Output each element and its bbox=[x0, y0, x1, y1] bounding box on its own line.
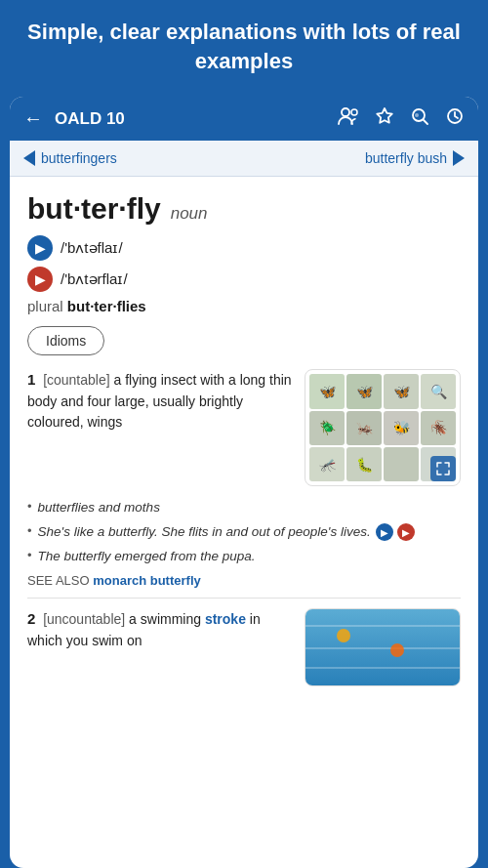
history-icon[interactable] bbox=[445, 106, 465, 131]
banner-text: Simple, clear explanations with lots of … bbox=[20, 18, 468, 75]
sense-1: 1 [countable] a flying insect with a lon… bbox=[27, 369, 461, 486]
toolbar-icons bbox=[338, 106, 465, 131]
example-3-text: The butterfly emerged from the pupa. bbox=[38, 547, 256, 566]
app-card: ← OALD 10 bbox=[10, 97, 478, 868]
svg-point-3 bbox=[415, 113, 419, 117]
sense-1-image: 🦋 🦋 🦋 🔍 🪲 🦗 🐝 🪳 🦟 🐛 bbox=[305, 369, 461, 486]
top-banner: Simple, clear explanations with lots of … bbox=[0, 0, 488, 97]
example-2: • She's like a butterfly. She flits in a… bbox=[27, 522, 461, 542]
entry-content: but·ter·fly noun ▶ /'bʌtəflaɪ/ ▶ /'bʌtər… bbox=[10, 177, 478, 702]
example-3: • The butterfly emerged from the pupa. bbox=[27, 547, 461, 566]
bug-cell-1: 🦋 bbox=[309, 374, 345, 408]
speaker-blue-icon[interactable]: ▶ bbox=[27, 235, 53, 261]
sense-divider bbox=[27, 598, 461, 599]
bug-cell-10: 🐛 bbox=[346, 447, 382, 481]
plural-label: plural bbox=[27, 298, 63, 314]
bug-cell-3: 🦋 bbox=[384, 374, 419, 408]
example-1-text: butterflies and moths bbox=[38, 498, 160, 517]
sense-1-def: 1 [countable] a flying insect with a lon… bbox=[27, 369, 295, 433]
speaker-red-icon[interactable]: ▶ bbox=[27, 267, 53, 292]
pron-text-2: /'bʌtərflaɪ/ bbox=[61, 270, 128, 288]
bullet-1: • bbox=[27, 499, 32, 514]
pron-text-1: /'bʌtəflaɪ/ bbox=[61, 239, 123, 257]
svg-point-0 bbox=[342, 108, 349, 116]
bug-cell-4: 🔍 bbox=[421, 374, 456, 408]
pron-row-2: ▶ /'bʌtərflaɪ/ bbox=[27, 267, 461, 292]
next-arrow-icon bbox=[453, 150, 465, 166]
stroke-link[interactable]: stroke bbox=[205, 611, 246, 627]
expand-image-button[interactable] bbox=[430, 456, 456, 481]
sense-1-gram: [countable] bbox=[43, 372, 110, 388]
swimming-visual bbox=[305, 609, 460, 685]
sense-2-body: 2 [uncountable] a swimming stroke in whi… bbox=[27, 608, 295, 686]
example-2-wrap: She's like a butterfly. She flits in and… bbox=[38, 522, 416, 542]
see-also-link[interactable]: monarch butterfly bbox=[93, 573, 201, 588]
toolbar-title: OALD 10 bbox=[55, 109, 326, 129]
prev-word-label: butterfingers bbox=[41, 150, 117, 166]
sense-2-gram: [uncountable] bbox=[43, 611, 125, 627]
headword: but·ter·fly bbox=[27, 192, 161, 226]
see-also: SEE ALSO monarch butterfly bbox=[27, 573, 461, 588]
bug-cell-6: 🦗 bbox=[346, 411, 382, 445]
sense-2-def: 2 [uncountable] a swimming stroke in whi… bbox=[27, 608, 295, 651]
prev-arrow-icon bbox=[23, 150, 35, 166]
plural-row: plural but·ter·flies bbox=[27, 298, 461, 314]
sense-1-examples: • butterflies and moths • She's like a b… bbox=[27, 498, 461, 565]
bullet-2: • bbox=[27, 523, 32, 538]
nav-row: butterfingers butterfly bush bbox=[10, 141, 478, 177]
example-speaker-red[interactable]: ▶ bbox=[397, 523, 415, 541]
plural-form: but·ter·flies bbox=[67, 298, 146, 314]
sense-2-image bbox=[305, 608, 461, 686]
bug-cell-5: 🪲 bbox=[309, 411, 345, 445]
bug-cell-7: 🐝 bbox=[384, 411, 419, 445]
bug-cell-11 bbox=[384, 447, 419, 481]
sense-1-body: 1 [countable] a flying insect with a lon… bbox=[27, 369, 295, 486]
idioms-button[interactable]: Idioms bbox=[27, 326, 104, 355]
star-icon[interactable] bbox=[375, 106, 394, 131]
svg-point-1 bbox=[351, 109, 357, 115]
example-2-speakers: ▶ ▶ bbox=[376, 523, 415, 541]
nav-next-button[interactable]: butterfly bush bbox=[365, 150, 465, 166]
bug-cell-9: 🦟 bbox=[309, 447, 345, 481]
bug-cell-2: 🦋 bbox=[346, 374, 382, 408]
next-word-label: butterfly bush bbox=[365, 150, 447, 166]
pron-row-1: ▶ /'bʌtəflaɪ/ bbox=[27, 235, 461, 261]
example-speaker-blue[interactable]: ▶ bbox=[376, 523, 393, 541]
bug-cell-8: 🪳 bbox=[421, 411, 456, 445]
part-of-speech: noun bbox=[171, 204, 208, 224]
users-icon[interactable] bbox=[338, 107, 359, 130]
example-1: • butterflies and moths bbox=[27, 498, 461, 517]
toolbar: ← OALD 10 bbox=[10, 97, 478, 141]
sense-2-num: 2 bbox=[27, 610, 35, 627]
sense-1-num: 1 bbox=[27, 371, 35, 388]
nav-prev-button[interactable]: butterfingers bbox=[23, 150, 117, 166]
example-2-text: She's like a butterfly. She flits in and… bbox=[38, 524, 371, 539]
headword-line: but·ter·fly noun bbox=[27, 192, 461, 226]
sense-2: 2 [uncountable] a swimming stroke in whi… bbox=[27, 608, 461, 686]
back-button[interactable]: ← bbox=[23, 107, 43, 130]
see-also-prefix: SEE ALSO bbox=[27, 573, 90, 588]
search-icon[interactable] bbox=[410, 106, 429, 131]
bullet-3: • bbox=[27, 548, 32, 562]
